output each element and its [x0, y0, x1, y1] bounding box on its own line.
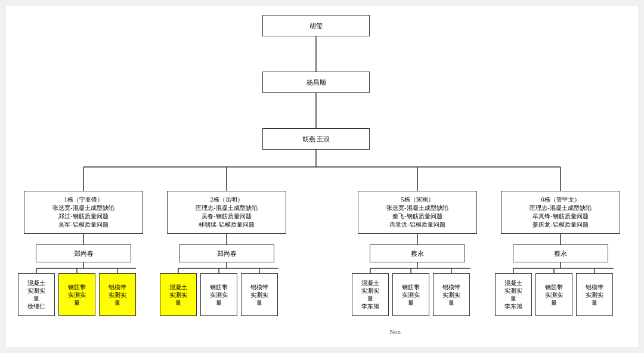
- node-m6-label: 蔡永: [554, 249, 567, 258]
- node-c6c-label: 铝模带 实测实 量: [586, 283, 603, 306]
- node-c5a-label: 混凝土 实测实 量 李东旭: [361, 279, 379, 310]
- node-c6a: 混凝土 实测实 量 李东旭: [495, 273, 532, 316]
- node-c2a-label: 混凝土 实测实 量: [169, 283, 187, 306]
- non-label: Non: [389, 328, 401, 335]
- node-m1: 郑尚春: [36, 244, 131, 262]
- main-tree: 胡玺 杨昌顺 胡燕 王浪 1栋（宁亚锋） 张选宽-混凝土成型缺陷 郑江-钢筋质量…: [6, 6, 638, 347]
- node-m1-label: 郑尚春: [74, 249, 94, 258]
- node-l3-label: 胡燕 王浪: [302, 135, 330, 144]
- node-c6b-label: 钢筋带 实测实 量: [545, 283, 563, 306]
- node-b6-label: 6栋（管甲文） 匡理志-混凝土成型缺陷 牟真锋-钢筋质量问题 姜庆龙-铝模质量问…: [530, 196, 591, 229]
- node-b1: 1栋（宁亚锋） 张选宽-混凝土成型缺陷 郑江-钢筋质量问题 吴军-铝模质量问题: [24, 191, 143, 234]
- node-c5a: 混凝土 实测实 量 李东旭: [352, 273, 389, 316]
- node-b5: 5栋（宋刚） 张选宽-混凝土成型缺陷 秦飞-钢筋质量问题 冉景洪-铝模质量问题: [358, 191, 477, 234]
- node-c6a-label: 混凝土 实测实 量 李东旭: [504, 279, 522, 310]
- node-m5-label: 蔡永: [411, 249, 424, 258]
- node-c6b: 钢筋带 实测实 量: [535, 273, 572, 316]
- node-c2b-label: 钢筋带 实测实 量: [210, 283, 228, 306]
- node-m6: 蔡永: [513, 244, 608, 262]
- node-l2-label: 杨昌顺: [306, 78, 326, 87]
- node-c5c: 铝模带 实测实 量: [433, 273, 470, 316]
- node-l2: 杨昌顺: [262, 72, 370, 93]
- node-m2: 郑尚春: [179, 244, 274, 262]
- node-b1-label: 1栋（宁亚锋） 张选宽-混凝土成型缺陷 郑江-钢筋质量问题 吴军-铝模质量问题: [52, 196, 114, 229]
- node-b6: 6栋（管甲文） 匡理志-混凝土成型缺陷 牟真锋-钢筋质量问题 姜庆龙-铝模质量问…: [501, 191, 620, 234]
- node-c2c: 铝模带 实测实 量: [241, 273, 278, 316]
- node-l3: 胡燕 王浪: [262, 128, 370, 150]
- node-root-label: 胡玺: [309, 21, 323, 30]
- node-c5b-label: 钢筋带 实测实 量: [402, 283, 420, 306]
- node-b2-label: 2栋（岳明） 匡理志-混凝土成型缺陷 吴春-钢筋质量问题 林朝续-铝模质量问题: [196, 196, 257, 229]
- node-c2a: 混凝土 实测实 量: [160, 273, 197, 316]
- node-c2b: 钢筋带 实测实 量: [200, 273, 237, 316]
- node-c1b: 钢筋带 实测实 量: [58, 273, 95, 316]
- node-c6c: 铝模带 实测实 量: [576, 273, 613, 316]
- node-c5b: 钢筋带 实测实 量: [392, 273, 429, 316]
- node-m2-label: 郑尚春: [217, 249, 237, 258]
- node-c5c-label: 铝模带 实测实 量: [442, 283, 460, 306]
- node-c1c-label: 铝模带 实测实 量: [109, 283, 126, 306]
- node-c1a-label: 混凝土 实测实 量 徐继仁: [27, 279, 45, 310]
- node-c1a: 混凝土 实测实 量 徐继仁: [18, 273, 55, 316]
- node-c1b-label: 钢筋带 实测实 量: [68, 283, 86, 306]
- node-b5-label: 5栋（宋刚） 张选宽-混凝土成型缺陷 秦飞-钢筋质量问题 冉景洪-铝模质量问题: [386, 196, 448, 229]
- node-m5: 蔡永: [370, 244, 465, 262]
- node-c2c-label: 铝模带 实测实 量: [250, 283, 268, 306]
- chart-container: 胡玺 杨昌顺 胡燕 王浪 1栋（宁亚锋） 张选宽-混凝土成型缺陷 郑江-钢筋质量…: [6, 6, 638, 347]
- node-b2: 2栋（岳明） 匡理志-混凝土成型缺陷 吴春-钢筋质量问题 林朝续-铝模质量问题: [167, 191, 286, 234]
- node-root: 胡玺: [262, 15, 370, 36]
- node-c1c: 铝模带 实测实 量: [99, 273, 136, 316]
